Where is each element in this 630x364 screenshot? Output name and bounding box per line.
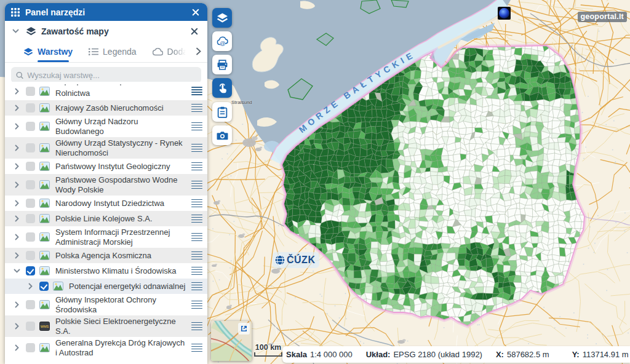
cuzk-label: ČÚZK [287, 255, 315, 266]
layer-label: Główny Inspektorat Ochrony Środowiska [55, 294, 188, 316]
layer-row[interactable]: Ministerstwo Klimatu i Środowiska [5, 263, 207, 279]
layer-menu-icon[interactable] [191, 142, 202, 153]
layer-row[interactable]: Potencjał energetyki odnawialnej [5, 279, 207, 294]
map-scalebar: 100 km [254, 343, 282, 357]
cloud-icon [153, 48, 163, 56]
chevron-down-icon[interactable] [14, 267, 20, 274]
tab-dodatkowe[interactable]: Doda [153, 47, 188, 57]
overview-minimap[interactable] [211, 321, 252, 361]
layer-checkbox[interactable] [26, 199, 35, 208]
tab-legenda[interactable]: Legenda [89, 47, 137, 57]
app-stage: MORZE BAŁTYCKIE Stralsund ČÚZK geoportal… [0, 0, 630, 364]
map-thumbnail-icon [39, 180, 50, 189]
tab-label: Legenda [103, 47, 137, 57]
cloud-download-tool-button[interactable]: @ [212, 31, 232, 51]
layer-row[interactable]: Generalna Dyrekcja Dróg Krajowych i Auto… [5, 337, 207, 358]
layer-checkbox[interactable] [26, 232, 35, 242]
chevron-right-icon[interactable] [14, 344, 20, 351]
layer-row[interactable]: WMSPolskie Sieci Elektroenergetyczne S.A… [5, 315, 207, 337]
layer-checkbox-checked[interactable] [39, 282, 49, 291]
layer-menu-icon[interactable] [191, 320, 202, 331]
layer-menu-icon[interactable] [191, 265, 202, 276]
chevron-right-icon[interactable] [27, 283, 34, 290]
svg-text:WMS: WMS [41, 325, 49, 328]
layer-checkbox[interactable] [26, 103, 35, 113]
print-icon [217, 59, 228, 71]
layer-row[interactable]: Główny Inspektorat Ochrony Środowiska [5, 294, 207, 315]
minimap-expand-button[interactable] [238, 323, 250, 334]
y-value: 113714.91 m [583, 350, 629, 359]
map-thumbnail-icon [39, 162, 50, 171]
layer-checkbox[interactable] [26, 214, 35, 223]
layer-checkbox[interactable] [26, 300, 35, 309]
layer-row[interactable]: Główny Urząd Nadzoru Budowlanego [5, 116, 207, 137]
chevron-right-icon[interactable] [14, 181, 20, 188]
touch-tool-button[interactable] [212, 78, 232, 98]
touch-icon [217, 82, 228, 94]
search-input[interactable] [27, 71, 196, 80]
layer-checkbox[interactable] [26, 343, 35, 352]
chevron-right-icon[interactable] [14, 301, 20, 308]
layer-menu-icon[interactable] [191, 250, 202, 261]
layer-row[interactable]: Główny Urząd Statystyczny - Rynek Nieruc… [5, 137, 207, 159]
layer-row[interactable]: Państwowe Gospodarstwo Wodne Wody Polski… [5, 174, 207, 196]
layer-checkbox[interactable] [26, 143, 35, 152]
panel-header[interactable]: Panel narzędzi [5, 3, 207, 21]
chevron-right-icon[interactable] [14, 144, 20, 151]
tools-panel: Panel narzędzi Zawartość mapy Warstwy [5, 3, 207, 364]
layer-search[interactable] [11, 67, 201, 83]
layer-checkbox[interactable] [26, 180, 35, 189]
chevron-right-icon[interactable] [14, 323, 20, 330]
map-thumbnail-icon [39, 266, 50, 275]
layer-checkbox[interactable] [26, 251, 35, 260]
clipboard-tool-button[interactable] [212, 102, 232, 122]
layer-menu-icon[interactable] [191, 102, 202, 113]
panel-close-button[interactable] [191, 8, 200, 17]
layer-checkbox[interactable] [26, 122, 35, 131]
layer-menu-icon[interactable] [191, 231, 202, 242]
layer-checkbox[interactable] [26, 322, 35, 331]
print-tool-button[interactable] [212, 55, 232, 74]
layer-checkbox[interactable] [26, 162, 35, 171]
tab-warstwy[interactable]: Warstwy [23, 47, 73, 57]
layer-menu-icon[interactable] [191, 299, 202, 310]
chevron-down-icon[interactable] [12, 28, 19, 34]
layer-row[interactable]: Państwowy Instytut Geologiczny [5, 159, 207, 174]
layer-menu-icon[interactable] [191, 160, 202, 172]
layer-row[interactable]: System Informacji Przestrzennej Administ… [5, 226, 207, 248]
layer-menu-icon[interactable] [191, 121, 202, 132]
layer-menu-icon[interactable] [191, 280, 202, 291]
layer-label: Państwowe Gospodarstwo Wodne Wody Polski… [55, 174, 188, 196]
cuzk-watermark: ČÚZK [273, 252, 319, 268]
map-thumbnail-icon [39, 122, 50, 131]
layer-row[interactable]: Narodowy Instytut Dziedzictwa [5, 196, 207, 211]
layer-menu-icon[interactable] [191, 213, 202, 224]
layer-menu-icon[interactable] [191, 179, 202, 190]
chevron-right-icon[interactable] [14, 163, 20, 170]
layer-label: Ministerstwo Klimatu i Środowiska [55, 265, 188, 277]
layer-row[interactable]: Polska Agencja Kosmiczna [5, 248, 207, 263]
tab-bar: Warstwy Legenda Doda [5, 41, 207, 63]
section-close-button[interactable] [190, 27, 199, 36]
chevron-right-icon[interactable] [14, 105, 20, 111]
crs-label: Układ: [366, 350, 391, 359]
chevron-right-icon[interactable] [14, 200, 20, 207]
chevron-right-icon[interactable] [14, 252, 20, 259]
layers-tool-button[interactable] [212, 8, 232, 28]
layer-menu-icon[interactable] [191, 197, 202, 208]
chevron-right-icon[interactable] [14, 215, 20, 222]
layer-row[interactable]: Rolnictwa [5, 82, 207, 100]
layer-row[interactable]: Krajowy Zasób Nieruchomości [5, 100, 207, 116]
orb-icon [498, 7, 511, 20]
map-thumbnail-icon [39, 343, 50, 352]
layer-menu-icon[interactable] [191, 85, 202, 97]
layer-checkbox-checked[interactable] [26, 266, 35, 275]
chevron-right-icon[interactable] [14, 88, 20, 95]
tabs-overflow-chevron[interactable] [196, 47, 201, 57]
layer-menu-icon[interactable] [191, 342, 202, 353]
chevron-right-icon[interactable] [14, 123, 20, 130]
layer-checkbox[interactable] [26, 87, 35, 96]
layer-row[interactable]: Polskie Linie Kolejowe S.A. [5, 211, 207, 226]
chevron-right-icon[interactable] [14, 234, 20, 240]
camera-tool-button[interactable] [212, 125, 232, 145]
